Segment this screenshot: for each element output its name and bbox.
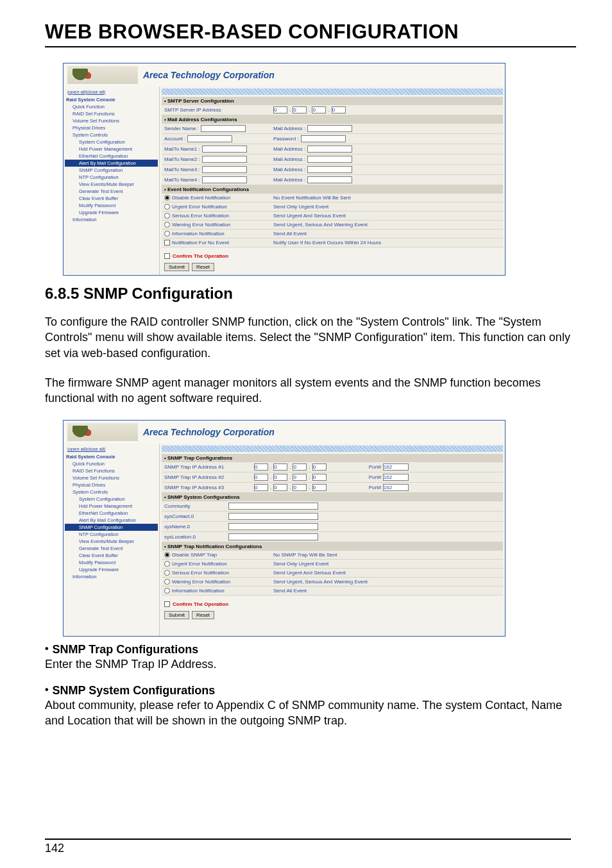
radio-disable[interactable] — [164, 552, 170, 558]
mail-input[interactable] — [307, 166, 352, 173]
subhead: SNMP Trap Configurations — [53, 643, 199, 656]
radio-urgent[interactable] — [164, 561, 170, 567]
password-input[interactable] — [301, 135, 346, 142]
label: Mail Address : — [273, 167, 305, 172]
reset-button[interactable]: Reset — [192, 263, 214, 271]
mail-input[interactable] — [307, 156, 352, 163]
ip-octet-input[interactable]: 0 — [293, 106, 307, 113]
submit-button[interactable]: Submit — [164, 263, 189, 271]
tree-item[interactable]: RAID Set Functions — [65, 110, 158, 117]
port-input[interactable]: 162 — [383, 474, 409, 481]
ip-octet-input[interactable]: 0 — [273, 463, 287, 471]
pattern-bar — [162, 88, 503, 95]
tree-item[interactable]: Quick Function — [65, 460, 158, 467]
tree-item[interactable]: Hdd Power Management — [65, 503, 158, 510]
tree-item[interactable]: EtherNet Configuration — [65, 510, 158, 517]
ip-octet-input[interactable]: 0 — [312, 474, 327, 481]
ip-octet-input[interactable]: 0 — [254, 463, 268, 471]
nav-tree: |open all|close all| Raid System Console… — [64, 87, 160, 275]
ip-octet-input[interactable]: 0 — [332, 106, 346, 113]
tree-item[interactable]: Volume Set Functions — [65, 474, 158, 481]
tree-item[interactable]: NTP Configuration — [65, 174, 158, 181]
tree-item[interactable]: View Events/Mute Beeper — [65, 538, 158, 545]
tree-root[interactable]: Raid System Console — [65, 453, 158, 460]
tree-item[interactable]: Information — [65, 573, 158, 580]
community-input[interactable] — [228, 503, 318, 510]
ip-octet-input[interactable]: 0 — [273, 106, 287, 113]
ip-octet-input[interactable]: 0 — [273, 484, 287, 491]
tree-item[interactable]: System Controls — [65, 131, 158, 138]
tree-item[interactable]: Hdd Power Management — [65, 146, 158, 153]
tree-item-selected[interactable]: SNMP Configuration — [65, 524, 158, 531]
radio-urgent[interactable] — [164, 204, 170, 210]
ip-octet-input[interactable]: 0 — [293, 463, 307, 471]
tree-root[interactable]: Raid System Console — [65, 96, 158, 103]
sender-input[interactable] — [201, 125, 246, 132]
tree-item-selected[interactable]: Alert By Mail Configuration — [65, 160, 158, 167]
radio-serious[interactable] — [164, 570, 170, 576]
tree-item[interactable]: Generate Test Event — [65, 545, 158, 552]
radio-disable[interactable] — [164, 195, 170, 201]
submit-button[interactable]: Submit — [164, 611, 189, 619]
label: MailTo Name2 : — [164, 156, 200, 162]
tree-item[interactable]: System Configuration — [65, 138, 158, 146]
radio-serious[interactable] — [164, 213, 170, 219]
tree-item[interactable]: Generate Test Event — [65, 188, 158, 195]
account-input[interactable] — [187, 135, 232, 142]
confirm-checkbox[interactable] — [164, 253, 170, 259]
radio-warning[interactable] — [164, 579, 170, 585]
tree-item[interactable]: EtherNet Configuration — [65, 153, 158, 160]
radio-info[interactable] — [164, 588, 170, 594]
confirm-checkbox[interactable] — [164, 601, 170, 607]
tree-item[interactable]: NTP Configuration — [65, 531, 158, 538]
ip-octet-input[interactable]: 0 — [312, 463, 327, 471]
desc: Send Urgent, Serious And Warning Event — [271, 221, 503, 229]
radio-warning[interactable] — [164, 222, 170, 228]
mailto-input[interactable] — [202, 156, 247, 163]
checkbox-noevent[interactable] — [164, 240, 170, 246]
tree-item[interactable]: Modify Password — [65, 202, 158, 209]
tree-item[interactable]: Information — [65, 216, 158, 223]
tree-item[interactable]: Physical Drives — [65, 124, 158, 131]
tree-item[interactable]: System Controls — [65, 488, 158, 496]
mail-input[interactable] — [307, 125, 352, 132]
mail-input[interactable] — [307, 146, 352, 153]
port-input[interactable]: 162 — [383, 463, 409, 471]
ip-octet-input[interactable]: 0 — [312, 106, 326, 113]
label: MailTo Name4 : — [164, 177, 200, 183]
bullet-icon: • — [45, 643, 49, 656]
sysname-input[interactable] — [228, 523, 318, 530]
ip-octet-input[interactable]: 0 — [254, 474, 268, 481]
tree-item[interactable]: Clear Event Buffer — [65, 552, 158, 559]
open-close-all[interactable]: |open all|close all| — [65, 445, 158, 453]
tree-item[interactable]: View Events/Mute Beeper — [65, 181, 158, 188]
tree-item[interactable]: Alert By Mail Configuration — [65, 517, 158, 524]
mailto-input[interactable] — [202, 166, 247, 173]
reset-button[interactable]: Reset — [192, 611, 214, 619]
mail-input[interactable] — [307, 176, 352, 183]
tree-item[interactable]: Upgrade Firmware — [65, 566, 158, 573]
tree-item[interactable]: SNMP Configuration — [65, 167, 158, 174]
radio-info[interactable] — [164, 231, 170, 237]
mailto-input[interactable] — [202, 146, 247, 153]
tree-item[interactable]: Quick Function — [65, 103, 158, 110]
page-number: 142 — [45, 839, 571, 855]
ip-octet-input[interactable]: 0 — [293, 474, 307, 481]
syslocation-input[interactable] — [228, 533, 318, 540]
tree-item[interactable]: RAID Set Functions — [65, 467, 158, 474]
port-input[interactable]: 162 — [383, 484, 409, 491]
tree-item[interactable]: System Configuration — [65, 496, 158, 503]
syscontact-input[interactable] — [228, 513, 318, 520]
ip-octet-input[interactable]: 0 — [254, 484, 268, 491]
mailto-input[interactable] — [202, 176, 247, 183]
tree-item[interactable]: Volume Set Functions — [65, 117, 158, 124]
paragraph: To configure the RAID controller SNMP fu… — [45, 314, 576, 361]
tree-item[interactable]: Physical Drives — [65, 481, 158, 488]
tree-item[interactable]: Upgrade Firmware — [65, 209, 158, 216]
tree-item[interactable]: Clear Event Buffer — [65, 195, 158, 202]
tree-item[interactable]: Modify Password — [65, 559, 158, 566]
ip-octet-input[interactable]: 0 — [273, 474, 287, 481]
open-close-all[interactable]: |open all|close all| — [65, 88, 158, 96]
ip-octet-input[interactable]: 0 — [312, 484, 327, 491]
ip-octet-input[interactable]: 0 — [293, 484, 307, 491]
